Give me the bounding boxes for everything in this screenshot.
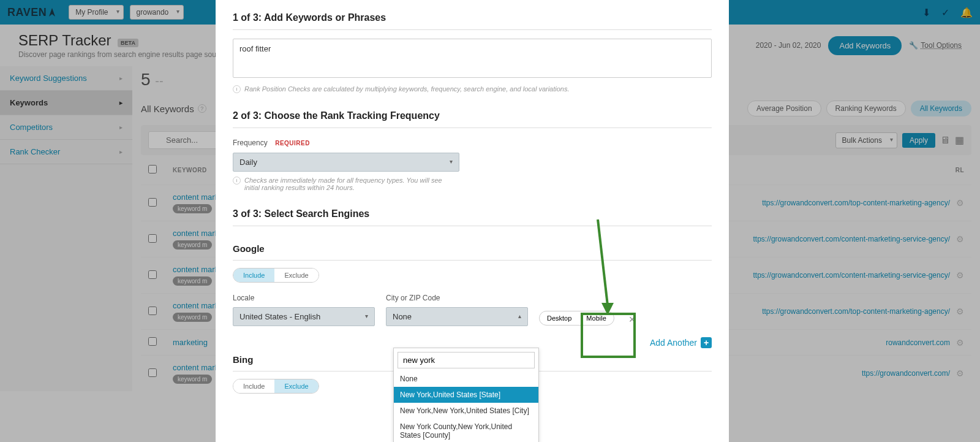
locale-label: Locale [233,294,375,302]
city-select[interactable]: None [386,307,528,326]
add-another-link[interactable]: Add Another + [233,337,712,348]
toggle-exclude[interactable]: Exclude [274,269,318,282]
frequency-select[interactable]: Daily [233,153,459,172]
autocomplete-item[interactable]: New York County,New York,United States [… [394,419,538,442]
toggle-include[interactable]: Include [233,379,274,393]
step1-hint: iRank Position Checks are calculated by … [233,85,712,93]
toggle-mobile[interactable]: Mobile [579,311,613,325]
google-include-toggle[interactable]: Include Exclude [233,268,319,283]
city-autocomplete-input[interactable] [398,352,535,368]
info-icon: i [233,177,241,185]
device-toggle[interactable]: Desktop Mobile [539,311,614,326]
city-label: City or ZIP Code [386,294,528,302]
required-badge: REQUIRED [275,140,310,147]
autocomplete-item[interactable]: None [394,371,538,387]
google-heading: Google [233,243,712,261]
toggle-desktop[interactable]: Desktop [540,311,579,325]
frequency-label: Frequency [233,139,268,147]
step3-title: 3 of 3: Select Search Engines [233,208,712,226]
step2-hint: iChecks are immediately made for all fre… [233,177,712,191]
bing-include-toggle[interactable]: Include Exclude [233,379,319,394]
autocomplete-item[interactable]: New York,New York,United States [City] [394,403,538,419]
step2-title: 2 of 3: Choose the Rank Tracking Frequen… [233,110,712,128]
toggle-include[interactable]: Include [233,269,274,282]
keywords-textarea[interactable]: roof fitter [233,39,712,78]
info-icon: i [233,85,241,93]
autocomplete-item[interactable]: New York,United States [State] [394,387,538,403]
locale-select[interactable]: United States - English [233,307,375,326]
remove-row-button[interactable]: × [629,313,636,326]
step1-title: 1 of 3: Add Keywords or Phrases [233,12,712,30]
plus-icon: + [701,337,712,348]
city-autocomplete-dropdown: NoneNew York,United States [State]New Yo… [393,348,539,442]
toggle-exclude[interactable]: Exclude [274,379,318,393]
